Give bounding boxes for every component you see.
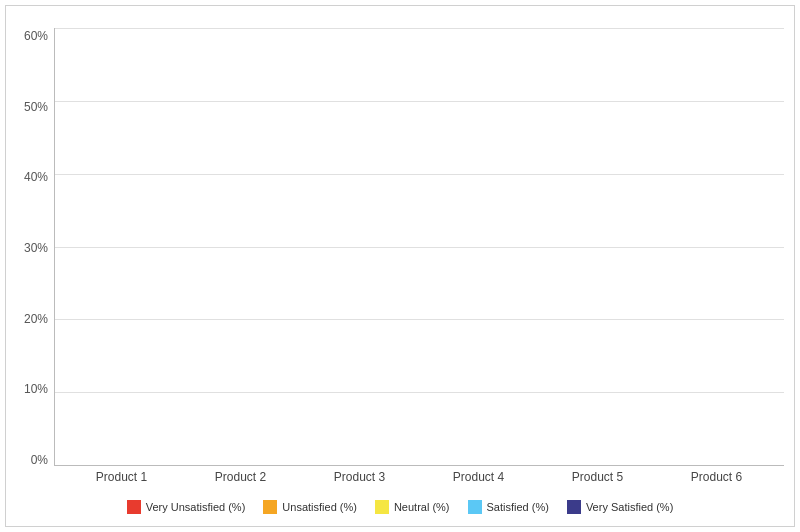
chart-container: 0%10%20%30%40%50%60% Product 1Product 2P… xyxy=(5,5,795,527)
legend-item: Very Satisfied (%) xyxy=(567,500,673,514)
x-axis-label: Product 6 xyxy=(657,470,776,494)
x-axis-label: Product 3 xyxy=(300,470,419,494)
legend-label: Unsatisfied (%) xyxy=(282,501,357,513)
bars-wrapper xyxy=(55,28,784,465)
legend-label: Neutral (%) xyxy=(394,501,450,513)
legend-item: Neutral (%) xyxy=(375,500,450,514)
legend-color-box xyxy=(567,500,581,514)
legend-color-box xyxy=(263,500,277,514)
y-axis-label: 30% xyxy=(24,242,48,254)
legend-color-box xyxy=(375,500,389,514)
y-axis-label: 0% xyxy=(31,454,48,466)
y-axis-label: 20% xyxy=(24,313,48,325)
legend-label: Very Satisfied (%) xyxy=(586,501,673,513)
x-axis-label: Product 2 xyxy=(181,470,300,494)
legend-label: Satisfied (%) xyxy=(487,501,549,513)
legend-color-box xyxy=(127,500,141,514)
y-axis-label: 50% xyxy=(24,101,48,113)
y-axis-label: 40% xyxy=(24,171,48,183)
chart-inner: Product 1Product 2Product 3Product 4Prod… xyxy=(54,28,784,494)
chart-area: 0%10%20%30%40%50%60% Product 1Product 2P… xyxy=(16,28,784,494)
legend-color-box xyxy=(468,500,482,514)
legend: Very Unsatisfied (%)Unsatisfied (%)Neutr… xyxy=(16,494,784,516)
y-axis-label: 10% xyxy=(24,383,48,395)
plot-area xyxy=(54,28,784,466)
y-axis-label: 60% xyxy=(24,30,48,42)
x-axis-labels: Product 1Product 2Product 3Product 4Prod… xyxy=(54,466,784,494)
y-axis: 0%10%20%30%40%50%60% xyxy=(16,28,54,494)
legend-item: Very Unsatisfied (%) xyxy=(127,500,246,514)
legend-item: Satisfied (%) xyxy=(468,500,549,514)
x-axis-label: Product 1 xyxy=(62,470,181,494)
legend-label: Very Unsatisfied (%) xyxy=(146,501,246,513)
legend-item: Unsatisfied (%) xyxy=(263,500,357,514)
x-axis-label: Product 5 xyxy=(538,470,657,494)
x-axis-label: Product 4 xyxy=(419,470,538,494)
